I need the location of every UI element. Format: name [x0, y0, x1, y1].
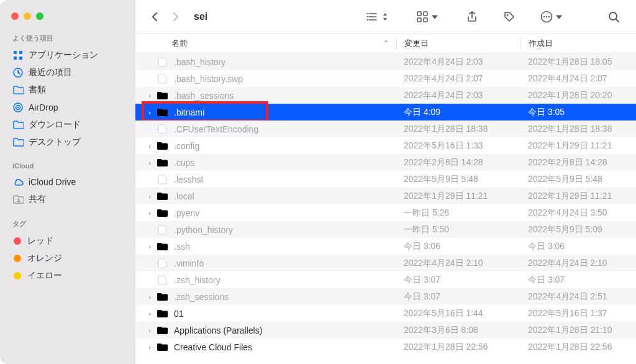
file-row[interactable]: ›012022年5月16日 1:442022年5月16日 1:37 [135, 305, 636, 322]
sidebar-item[interactable]: AirDrop [0, 99, 135, 116]
file-icon [157, 124, 169, 134]
tags-button[interactable] [498, 8, 520, 25]
file-modified-date: 2022年1月28日 22:56 [396, 342, 520, 353]
file-row[interactable]: .python_history一昨日 5:502022年5月9日 5:09 [135, 221, 636, 238]
file-name: .viminfo [174, 258, 396, 268]
tag-color-dot [14, 272, 21, 280]
file-row[interactable]: ›.local2022年1月29日 11:212022年1月29日 11:21 [135, 188, 636, 204]
more-actions-button[interactable] [535, 8, 570, 25]
tag-color-dot [14, 237, 21, 245]
file-modified-date: 2022年5月16日 1:44 [396, 308, 520, 319]
file-name: Applications (Parallels) [174, 325, 396, 335]
folder-icon [157, 141, 169, 151]
disclosure-triangle-icon[interactable]: › [144, 243, 155, 250]
disclosure-triangle-icon[interactable]: › [144, 92, 155, 99]
file-row[interactable]: ›.pyenv一昨日 5:282022年4月24日 3:50 [135, 204, 636, 221]
folder-icon [12, 119, 24, 130]
sidebar-section-title: タグ [0, 217, 135, 232]
file-icon [157, 175, 169, 184]
file-row[interactable]: .lesshst2022年5月9日 5:482022年5月9日 5:48 [135, 171, 636, 188]
toolbar: sei [135, 0, 636, 34]
sidebar-tag-item[interactable]: レッド [0, 232, 135, 250]
file-row[interactable]: ›.bash_sessions2022年4月24日 2:032022年1月28日… [135, 87, 636, 104]
disclosure-triangle-icon[interactable]: › [144, 293, 155, 301]
file-modified-date: 今日 3:07 [396, 291, 520, 303]
file-row[interactable]: .bash_history2022年4月24日 2:032022年1月28日 1… [135, 53, 636, 70]
file-row[interactable]: ›.bitnami今日 4:09今日 3:05 [135, 104, 636, 121]
sidebar-item[interactable]: デスクトップ [0, 134, 135, 151]
disclosure-triangle-icon[interactable]: › [144, 109, 155, 116]
file-row[interactable]: .zsh_history今日 3:07今日 3:07 [135, 271, 636, 288]
file-modified-date: 2022年2月8日 14:28 [396, 157, 520, 168]
folder-icon [157, 242, 169, 252]
clock-icon [12, 67, 24, 78]
file-row[interactable]: ›.ssh今日 3:06今日 3:06 [135, 238, 636, 255]
sidebar-tag-item[interactable]: イエロー [0, 267, 135, 284]
column-modified-header[interactable]: 変更日 [396, 38, 520, 49]
file-created-date: 2022年4月24日 2:07 [520, 73, 636, 84]
maximize-window-button[interactable] [36, 12, 43, 20]
disclosure-triangle-icon[interactable]: › [144, 310, 155, 317]
disclosure-triangle-icon[interactable]: › [144, 142, 155, 150]
file-modified-date: 2022年1月28日 18:38 [396, 124, 520, 135]
file-row[interactable]: ›.cups2022年2月8日 14:282022年2月8日 14:28 [135, 154, 636, 171]
minimize-window-button[interactable] [24, 12, 31, 20]
view-group-button[interactable] [411, 8, 446, 25]
column-created-header[interactable]: 作成日 [520, 38, 636, 49]
disclosure-triangle-icon[interactable]: › [144, 344, 155, 351]
column-name-header[interactable]: 名前⌃ [135, 38, 396, 49]
main-content: sei 名前⌃ 変更日 作成日 .bash_history2022年4月24日 … [135, 0, 636, 364]
sidebar-item-label: AirDrop [29, 102, 58, 112]
file-name: .ssh [174, 242, 396, 252]
folder-icon [157, 309, 169, 319]
sidebar-item[interactable]: アプリケーション [0, 47, 135, 64]
sidebar-item[interactable]: ダウンロード [0, 116, 135, 134]
file-modified-date: 今日 3:06 [396, 241, 520, 252]
folder-icon [157, 191, 169, 201]
sidebar-tag-item[interactable]: オレンジ [0, 250, 135, 267]
file-row[interactable]: ›.config2022年5月16日 1:332022年1月29日 11:21 [135, 137, 636, 154]
file-name: .python_history [174, 225, 396, 235]
file-name: .cups [174, 158, 396, 168]
sidebar-item[interactable]: 最近の項目 [0, 64, 135, 81]
folder-icon [157, 91, 169, 101]
forward-button[interactable] [166, 8, 184, 25]
disclosure-triangle-icon[interactable]: › [144, 159, 155, 166]
file-name: .bash_history [174, 57, 396, 67]
file-modified-date: 今日 3:07 [396, 275, 520, 286]
folder-icon [12, 137, 24, 148]
file-modified-date: 2022年4月24日 2:03 [396, 57, 520, 68]
file-row[interactable]: ›Creative Cloud Files2022年1月28日 22:56202… [135, 339, 636, 355]
file-name: .zsh_sessions [174, 292, 396, 302]
sidebar-item-label: 最近の項目 [29, 67, 72, 78]
file-icon [157, 225, 169, 235]
disclosure-triangle-icon[interactable]: › [144, 209, 155, 217]
file-row[interactable]: .bash_history.swp2022年4月24日 2:072022年4月2… [135, 70, 636, 87]
close-window-button[interactable] [11, 12, 19, 20]
disclosure-triangle-icon[interactable]: › [144, 193, 155, 200]
file-name: .lesshst [174, 175, 396, 184]
file-modified-date: 2022年4月24日 2:03 [396, 90, 520, 101]
file-row[interactable]: .viminfo2022年4月24日 2:102022年4月24日 2:10 [135, 255, 636, 271]
file-icon [157, 275, 169, 285]
sidebar-item[interactable]: 書類 [0, 81, 135, 99]
view-list-button[interactable] [361, 8, 396, 25]
sidebar-item-label: ダウンロード [29, 119, 81, 130]
disclosure-triangle-icon[interactable]: › [144, 327, 155, 334]
back-button[interactable] [147, 8, 164, 25]
file-row[interactable]: .CFUserTextEncoding2022年1月28日 18:382022年… [135, 121, 636, 137]
file-icon [157, 74, 169, 84]
sidebar-item[interactable]: iCloud Drive [0, 173, 135, 191]
file-row[interactable]: ›Applications (Parallels)2022年3月6日 8:082… [135, 322, 636, 339]
file-row[interactable]: ›.zsh_sessions今日 3:072022年4月24日 2:51 [135, 288, 636, 305]
share-button[interactable] [461, 8, 483, 25]
app-grid-icon [12, 50, 24, 61]
window-title: sei [194, 11, 207, 22]
file-created-date: 2022年5月9日 5:09 [520, 224, 636, 235]
folder-icon [12, 84, 24, 96]
file-created-date: 2022年4月24日 3:50 [520, 207, 636, 219]
sidebar-item[interactable]: 共有 [0, 191, 135, 208]
folder-icon [157, 292, 169, 302]
file-name: 01 [174, 309, 396, 319]
search-button[interactable] [602, 8, 625, 25]
